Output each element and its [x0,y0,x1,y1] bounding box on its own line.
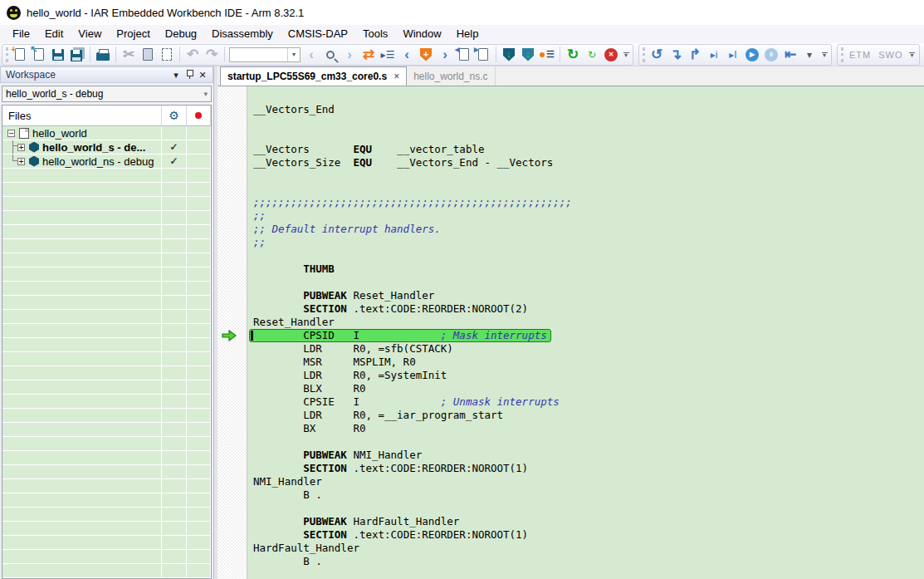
previous-bookmark-button[interactable]: ‹ [398,46,415,64]
toolbar-overflow-icon[interactable]: ▾ [622,47,630,63]
configuration-selector[interactable]: hello_world_s - debug ▾ [2,86,212,102]
stop-build-button[interactable]: ✕ [603,46,619,64]
workspace-menu-icon[interactable]: ▾ [169,70,183,81]
tree-row-build-cell [162,211,187,224]
tree-row[interactable] [2,508,211,522]
toolbar-overflow-icon[interactable]: ▾ [908,47,917,63]
tree-row[interactable] [2,437,211,451]
debug-without-download-button[interactable]: ↓ [520,46,536,64]
tree-expander[interactable]: + [17,144,25,151]
chevron-down-icon[interactable]: ▾ [287,48,300,61]
menu-item-debug[interactable]: Debug [158,25,204,43]
menu-item-edit[interactable]: Edit [37,25,71,43]
tree-row[interactable] [2,211,211,225]
toggle-bookmark-button[interactable]: + [418,46,434,64]
download-and-debug-button[interactable]: ↓ [501,46,517,64]
breakpoints-button[interactable]: ☰ [539,46,555,64]
tab-hello_world_ns.c[interactable]: hello_world_ns.c [407,66,495,86]
menu-item-help[interactable]: Help [449,25,486,43]
menu-item-tools[interactable]: Tools [355,25,395,43]
step-into-button[interactable]: ▸i [706,46,722,64]
debug-options-dropdown[interactable]: ▾ [801,46,818,64]
code-keyword: PUBWEAK [303,515,347,527]
code-editor[interactable]: __Vectors_End__Vectors EQU __vector_tabl… [247,86,924,579]
compile-button[interactable]: ↻ [584,46,600,64]
print-button-icon [96,52,110,61]
tree-row[interactable]: +hello_world_s - de...✓ [2,140,211,155]
checkmark-icon: ✓ [169,141,178,153]
workspace-close-icon[interactable]: ✕ [196,70,209,81]
find-previous-button[interactable]: ‹ [303,46,320,64]
build-column-header[interactable]: ⚙ [162,105,187,125]
tree-row[interactable] [2,225,211,239]
tree-row[interactable]: −hello_world [2,126,211,140]
tree-row[interactable] [2,380,211,395]
workspace-pin-icon[interactable] [183,69,196,81]
compile-button-icon: ↻ [588,50,596,60]
breakpoint-column-header[interactable] [187,105,211,125]
goto-button[interactable]: ▸☰ [379,46,396,64]
tree-row[interactable] [2,169,211,183]
tree-row[interactable] [2,564,211,578]
step-over-button[interactable]: ↱ [687,46,703,64]
replace-button[interactable]: ⇄ [360,46,377,64]
tree-row[interactable] [2,310,211,324]
find-button[interactable] [322,46,339,64]
tree-row[interactable] [2,239,211,253]
tree-row[interactable] [2,522,211,536]
menu-item-file[interactable]: File [5,25,37,43]
menu-item-disassembly[interactable]: Disassembly [204,25,281,43]
tree-row[interactable] [2,451,211,465]
stop-debugging-button[interactable]: ⇤ [782,46,799,64]
tree-row[interactable] [2,253,211,267]
tree-row[interactable] [2,366,211,380]
navigate-backward-button[interactable]: ◂ [456,46,472,64]
tree-row-label-cell [2,197,162,210]
editor-gutter[interactable] [218,86,247,579]
tree-row[interactable] [2,409,211,423]
tree-row[interactable] [2,282,211,296]
tree-expander[interactable]: − [7,130,15,137]
tree-row[interactable]: +hello_world_ns - debug✓ [2,155,211,169]
next-bookmark-button[interactable]: › [437,46,453,64]
tree-row[interactable] [2,267,211,282]
step-out-button[interactable]: ▸I [725,46,741,64]
open-document-button[interactable]: ↖ [31,46,47,64]
navigate-forward-button[interactable]: ▸ [475,46,491,64]
make-button[interactable]: ↻ [565,46,581,64]
break-button[interactable]: ↴ [667,46,684,64]
tree-row[interactable] [2,465,211,479]
tree-row[interactable] [2,197,211,211]
tree-row[interactable] [2,324,211,338]
tree-row[interactable] [2,183,211,197]
menu-item-cmsis-dap[interactable]: CMSIS-DAP [281,25,355,43]
save-button[interactable] [50,46,66,64]
tree-row[interactable] [2,395,211,409]
toolbar-overflow-icon[interactable]: ▾ [820,47,829,63]
tree-expander[interactable]: + [17,158,25,165]
tree-row[interactable] [2,493,211,508]
find-combo-input[interactable]: ▾ [229,47,301,62]
tree-row[interactable] [2,352,211,366]
find-next-button[interactable]: › [341,46,358,64]
tree-row[interactable] [2,536,211,550]
print-button[interactable] [95,46,111,64]
tree-row[interactable] [2,296,211,310]
tree-row[interactable] [2,550,211,564]
tree-row[interactable] [2,338,211,352]
save-all-button[interactable] [69,46,86,64]
toolbar-separator [496,47,496,62]
tree-row-label-cell [2,169,162,182]
reset-button[interactable]: ↺ [648,46,665,64]
tree-row[interactable] [2,479,211,493]
find-combo[interactable]: ▾ [229,46,301,64]
menu-item-project[interactable]: Project [109,25,157,43]
menu-item-view[interactable]: View [71,25,109,43]
go-button[interactable]: ▶ [744,46,760,64]
files-column-header[interactable]: Files [2,105,162,125]
tree-row[interactable] [2,423,211,437]
menu-item-window[interactable]: Window [395,25,448,43]
close-tab-icon[interactable]: × [394,71,399,82]
new-document-button[interactable]: + [12,46,28,64]
tab-startup_LPC55S69_cm33_core0.s[interactable]: startup_LPC55S69_cm33_core0.s× [220,66,407,86]
